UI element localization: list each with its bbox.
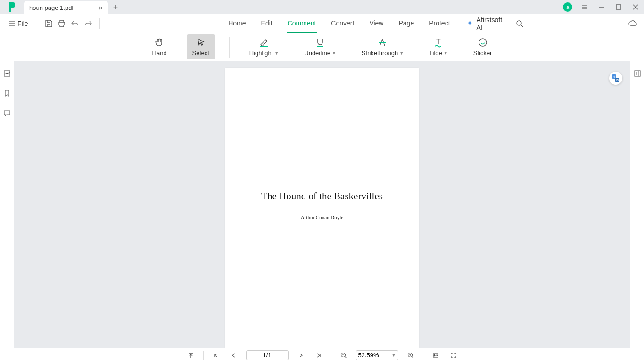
tab-comment[interactable]: Comment (287, 15, 317, 33)
minimize-icon[interactable] (593, 0, 610, 14)
arrow-up-bar-icon (188, 352, 194, 359)
properties-panel-button[interactable] (634, 70, 641, 77)
svg-text:W: W (616, 79, 619, 82)
statusbar: 52.59% ▼ (0, 348, 644, 362)
chevron-down-icon: ▼ (332, 51, 336, 56)
hand-tool[interactable]: Hand (147, 34, 173, 59)
chevron-right-icon (297, 352, 304, 359)
page-number-input[interactable] (246, 350, 289, 360)
separator (456, 18, 456, 29)
zoom-in-button[interactable] (405, 350, 416, 361)
save-icon (44, 19, 53, 28)
tab-protect[interactable]: Protect (428, 15, 451, 33)
print-button[interactable] (55, 16, 68, 31)
ai-button[interactable]: Afirstsoft AI (466, 16, 508, 31)
thumbnails-icon (3, 70, 11, 77)
bookmarks-panel-button[interactable] (3, 90, 11, 97)
zoom-out-icon (340, 352, 347, 359)
next-page-button[interactable] (295, 350, 306, 361)
print-icon (58, 19, 66, 28)
save-button[interactable] (42, 16, 55, 31)
highlight-tool[interactable]: Highlight▼ (244, 34, 285, 59)
chevron-down-icon: ▼ (392, 353, 396, 358)
last-page-button[interactable] (313, 350, 324, 361)
first-page-icon (213, 352, 219, 359)
tab-page[interactable]: Page (397, 15, 415, 33)
fit-width-button[interactable] (430, 350, 441, 361)
tab-edit[interactable]: Edit (260, 15, 273, 33)
document-viewport[interactable]: The Hound of the Baskervilles Arthur Con… (14, 61, 630, 348)
comment-icon (3, 109, 11, 117)
separator (331, 351, 331, 360)
separator (203, 351, 204, 360)
panel-icon (634, 70, 641, 77)
tab-home[interactable]: Home (227, 15, 247, 33)
cloud-button[interactable] (626, 16, 639, 31)
hamburger-icon (8, 20, 15, 27)
strikethrough-icon (377, 37, 388, 48)
select-tool[interactable]: Select (187, 34, 215, 59)
sparkle-icon (466, 19, 474, 28)
separator (99, 18, 100, 29)
first-page-button[interactable] (210, 350, 222, 361)
svg-text:文: 文 (613, 75, 616, 78)
svg-point-1 (517, 21, 521, 25)
underline-tool[interactable]: Underline▼ (298, 34, 342, 59)
zoom-out-button[interactable] (338, 350, 349, 361)
zoom-select[interactable]: 52.59% ▼ (356, 350, 398, 360)
chevron-down-icon: ▼ (274, 51, 279, 56)
translate-icon: 文W (611, 74, 620, 82)
underline-icon (315, 37, 325, 48)
undo-button[interactable] (68, 16, 82, 31)
user-avatar[interactable]: a (563, 2, 572, 12)
pdf-page: The Hound of the Baskervilles Arthur Con… (225, 68, 419, 348)
hamburger-menu-icon[interactable] (576, 0, 593, 14)
left-sidebar (0, 61, 14, 348)
tab-convert[interactable]: Convert (330, 15, 355, 33)
maximize-icon[interactable] (610, 0, 627, 14)
last-page-icon (315, 352, 322, 359)
tab-view[interactable]: View (368, 15, 384, 33)
tilde-tool[interactable]: T Tilde▼ (423, 34, 454, 59)
svg-rect-0 (616, 5, 621, 9)
sticker-icon (478, 37, 488, 48)
cloud-icon (628, 19, 637, 28)
document-author: Arthur Conan Doyle (239, 214, 405, 220)
redo-icon (84, 19, 92, 28)
search-button[interactable] (513, 16, 527, 31)
close-window-icon[interactable] (627, 0, 644, 14)
thumbnails-panel-button[interactable] (3, 70, 11, 77)
fit-page-icon (450, 352, 457, 359)
highlight-icon (259, 37, 269, 48)
zoom-in-icon (407, 352, 414, 359)
document-tab[interactable]: houn page 1.pdf × (24, 1, 108, 14)
hand-icon (154, 37, 165, 48)
main-area: The Hound of the Baskervilles Arthur Con… (0, 61, 644, 348)
search-icon (516, 20, 523, 27)
separator (229, 37, 230, 58)
separator (37, 18, 37, 29)
close-tab-icon[interactable]: × (99, 4, 103, 12)
scroll-top-button[interactable] (185, 350, 197, 361)
app-logo (0, 0, 24, 14)
sticker-tool[interactable]: Sticker (468, 34, 498, 59)
file-menu-button[interactable]: File (5, 18, 32, 29)
new-tab-button[interactable]: + (108, 0, 123, 14)
svg-point-3 (479, 39, 487, 46)
prev-page-button[interactable] (228, 350, 239, 361)
comments-panel-button[interactable] (3, 109, 11, 117)
ribbon-toolbar: Hand Select Highlight▼ Underline▼ Strike… (0, 33, 644, 61)
chevron-left-icon (231, 352, 237, 359)
titlebar: houn page 1.pdf × + a (0, 0, 644, 14)
right-sidebar (630, 61, 644, 348)
fit-page-button[interactable] (448, 350, 459, 361)
strikethrough-tool[interactable]: Strikethrough▼ (356, 34, 409, 59)
svg-text:T: T (436, 38, 441, 46)
chevron-down-icon: ▼ (444, 51, 448, 56)
separator (423, 351, 423, 360)
document-title: The Hound of the Baskervilles (239, 190, 405, 202)
tab-title: houn page 1.pdf (29, 4, 74, 11)
redo-button[interactable] (82, 16, 95, 31)
translate-badge[interactable]: 文W (609, 72, 622, 85)
menu-tabs: Home Edit Comment Convert View Page Prot… (227, 15, 451, 33)
